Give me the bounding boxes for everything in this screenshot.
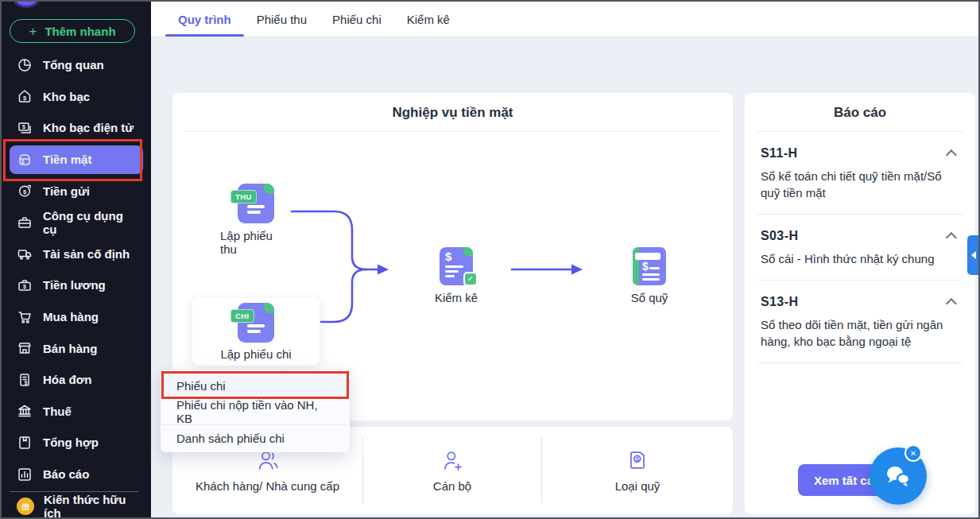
- coin-rotate-icon: $: [17, 183, 33, 199]
- chevron-up-icon[interactable]: [946, 149, 957, 161]
- checkmark-icon: [463, 272, 478, 286]
- shortcut-label: Loại quỹ: [615, 479, 660, 493]
- sidebar-item-tien-mat[interactable]: $Tiền mặt: [2, 144, 151, 176]
- house-dollar-icon: $: [17, 88, 33, 104]
- report-code: S13-H: [761, 295, 798, 309]
- sidebar-item-tien-luong[interactable]: $Tiền lương: [2, 269, 151, 301]
- svg-text:$: $: [21, 159, 25, 165]
- chat-close-button[interactable]: ✕: [904, 444, 922, 462]
- sidebar-item-tong-hop[interactable]: Tổng hợp: [2, 427, 151, 459]
- sidebar-item-tai-san-co-dinh[interactable]: Tài sản cố định: [2, 238, 151, 270]
- panel-collapse-handle[interactable]: [967, 235, 980, 275]
- quick-add-button[interactable]: + Thêm nhanh: [10, 19, 135, 43]
- quick-add-label: Thêm nhanh: [45, 25, 115, 38]
- chevron-up-icon[interactable]: [946, 298, 957, 309]
- chevron-up-icon[interactable]: [946, 232, 957, 243]
- svg-text:$: $: [23, 284, 26, 290]
- sidebar-item-hoa-don[interactable]: $Hóa đơn: [2, 364, 151, 396]
- sidebar-item-label: Tài sản cố định: [43, 247, 130, 261]
- report-code: S11-H: [761, 146, 797, 161]
- cash-book-icon: $: [633, 247, 666, 285]
- report-desc: Sổ theo dõi tiền mặt, tiền gửi ngân hàng…: [761, 316, 959, 350]
- sidebar-item-mua-hang[interactable]: Mua hàng: [2, 301, 151, 333]
- storefront-icon: [17, 340, 33, 356]
- shortcut-label: Khách hàng/ Nhà cung cấp: [196, 479, 339, 493]
- sidebar-nav: Tổng quan $Kho bạc $Kho bạc điện tử $Tiề…: [2, 49, 151, 490]
- phieu-chi-context-menu: Phiếu chi Phiếu chi nộp tiền vào NH, KB …: [161, 370, 350, 452]
- sidebar-item-kho-bac[interactable]: $Kho bạc: [2, 81, 151, 113]
- sidebar-item-ban-hang[interactable]: Bán hàng: [2, 332, 151, 364]
- sidebar-item-label: Bán hàng: [43, 342, 97, 355]
- sidebar-item-label: Tiền mặt: [43, 153, 91, 166]
- card-dollar-icon: $: [17, 120, 33, 136]
- invoice-dollar-icon: $: [17, 372, 33, 388]
- payment-doc-icon: CHI: [238, 303, 274, 343]
- tab-bar: Quy trình Phiếu thu Phiếu chi Kiểm kê: [151, 2, 978, 37]
- menu-item-danh-sach-phieu-chi[interactable]: Danh sách phiếu chi: [161, 425, 350, 451]
- sidebar-item-cong-cu-dung-cu[interactable]: Công cụ dụng cụ: [2, 207, 151, 238]
- inventory-check-icon: $: [440, 247, 473, 285]
- tab-phieu-chi[interactable]: Phiếu chi: [320, 2, 394, 37]
- tab-phieu-thu[interactable]: Phiếu thu: [244, 2, 320, 37]
- sidebar-item-label: Tổng hợp: [43, 436, 99, 449]
- bank-icon: [17, 403, 33, 419]
- sidebar-item-label: Tổng quan: [43, 58, 104, 72]
- truck-icon: [17, 246, 33, 261]
- cart-icon: [17, 309, 33, 325]
- report-item-s03h[interactable]: S03-H Sổ cái - Hình thức nhật ký chung: [745, 215, 975, 267]
- person-plus-icon: [440, 448, 464, 472]
- menu-item-phieu-chi[interactable]: Phiếu chi: [161, 372, 350, 399]
- wallet-icon: $: [17, 152, 33, 168]
- receipt-doc-icon: THU: [238, 184, 274, 223]
- tab-kiem-ke[interactable]: Kiểm kê: [394, 2, 463, 37]
- sidebar-item-label: Kho bạc: [43, 90, 90, 103]
- sidebar-divider: [10, 491, 138, 492]
- sidebar-item-kien-thuc-huu-ich[interactable]: Kiến thức hữu ích: [10, 494, 151, 518]
- flow-node-lap-phieu-chi[interactable]: CHI Lập phiếu chi: [192, 298, 320, 366]
- menu-item-phieu-chi-nop-tien[interactable]: Phiếu chi nộp tiền vào NH, KB: [161, 399, 350, 424]
- flow-node-kiem-ke[interactable]: $ Kiểm kê: [424, 247, 488, 304]
- sidebar-item-label: Công cụ dụng cụ: [43, 209, 136, 236]
- sidebar-item-thue[interactable]: Thuế: [2, 396, 151, 428]
- svg-text:$: $: [22, 124, 25, 130]
- tab-quy-trinh[interactable]: Quy trình: [165, 2, 244, 37]
- shortcut-label: Cán bộ: [433, 479, 471, 493]
- plus-icon: +: [29, 25, 37, 38]
- sidebar-item-label: Báo cáo: [43, 467, 89, 481]
- toolbox-icon: [17, 215, 33, 230]
- close-icon: ✕: [910, 449, 916, 458]
- sidebar-item-label: Tiền lương: [43, 278, 106, 292]
- flow-node-label: Lập phiếu chi: [220, 347, 291, 361]
- fund-doc-icon: $: [626, 448, 649, 472]
- sidebar-item-label: Thuế: [43, 405, 72, 418]
- divider: [185, 131, 720, 132]
- sidebar-item-label: Mua hàng: [43, 310, 99, 323]
- report-code: S03-H: [761, 229, 798, 243]
- sidebar-item-tong-quan[interactable]: Tổng quan: [2, 49, 151, 81]
- book-icon: [17, 435, 33, 451]
- chat-bubbles-icon: [881, 459, 915, 493]
- flow-node-label: Lập phiếu thu: [220, 229, 292, 256]
- shortcut-loai-quy[interactable]: $ Loại quỹ: [542, 437, 733, 504]
- svg-text:$: $: [23, 95, 27, 102]
- flow-node-lap-phieu-thu[interactable]: THU Lập phiếu thu: [220, 184, 292, 256]
- caret-up-icon: [280, 365, 292, 371]
- divider: [757, 362, 963, 363]
- shortcut-can-bo[interactable]: Cán bộ: [363, 437, 542, 504]
- card-title: Nghiệp vụ tiền mặt: [172, 93, 733, 121]
- sidebar-item-label: Kiến thức hữu ích: [44, 493, 144, 519]
- flow-node-label: Kiểm kê: [435, 291, 478, 304]
- svg-text:$: $: [25, 379, 28, 385]
- avatar[interactable]: [12, 0, 41, 8]
- report-desc: Sổ cái - Hình thức nhật ký chung: [761, 250, 959, 267]
- sidebar-item-kho-bac-dien-tu[interactable]: $Kho bạc điện tử: [2, 112, 151, 144]
- flow-node-so-quy[interactable]: $ Sổ quỹ: [618, 247, 681, 304]
- gift-icon: [17, 498, 34, 515]
- sidebar-item-tien-gui[interactable]: $Tiền gửi: [2, 175, 151, 207]
- sidebar-item-bao-cao[interactable]: Báo cáo: [2, 459, 151, 490]
- sidebar-item-label: Kho bạc điện tử: [43, 121, 134, 134]
- sidebar-item-label: Hóa đơn: [43, 373, 92, 386]
- flow-node-label: Sổ quỹ: [631, 291, 668, 304]
- report-item-s11h[interactable]: S11-H Sổ kế toán chi tiết quỹ tiền mặt/S…: [745, 132, 975, 201]
- report-item-s13h[interactable]: S13-H Sổ theo dõi tiền mặt, tiền gửi ngâ…: [745, 281, 975, 350]
